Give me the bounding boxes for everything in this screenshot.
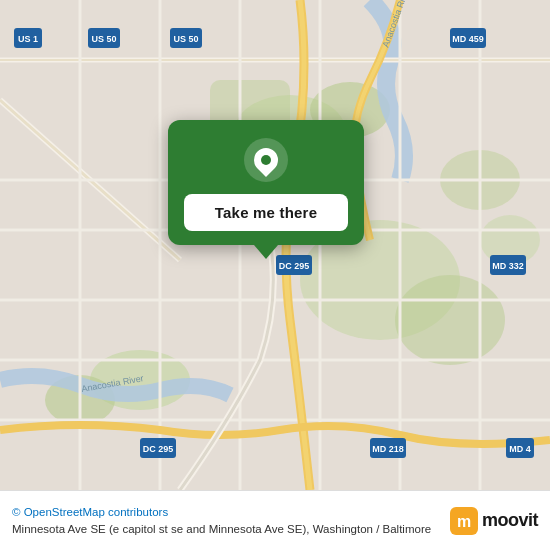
location-description: Minnesota Ave SE (e capitol st se and Mi… [12,523,431,535]
footer: © OpenStreetMap contributors Minnesota A… [0,490,550,550]
footer-text: © OpenStreetMap contributors Minnesota A… [12,504,440,536]
osm-attribution[interactable]: © OpenStreetMap contributors [12,506,168,518]
svg-text:m: m [457,513,471,530]
popup-card[interactable]: Take me there [168,120,364,245]
svg-text:DC 295: DC 295 [143,444,174,454]
svg-text:MD 4: MD 4 [509,444,531,454]
svg-text:US 50: US 50 [91,34,116,44]
svg-text:US 1: US 1 [18,34,38,44]
moovit-icon: m [450,507,478,535]
svg-text:MD 459: MD 459 [452,34,484,44]
take-me-there-button[interactable]: Take me there [184,194,348,231]
moovit-brand-text: moovit [482,510,538,531]
map-container: US 1 US 50 US 50 MD 459 DC 295 DC 295 MD… [0,0,550,490]
svg-text:DC 295: DC 295 [279,261,310,271]
svg-point-7 [395,275,505,365]
moovit-logo: m moovit [450,507,538,535]
location-pin-icon [249,143,283,177]
svg-text:MD 332: MD 332 [492,261,524,271]
svg-text:MD 218: MD 218 [372,444,404,454]
location-pin-icon-wrapper [244,138,288,182]
svg-text:US 50: US 50 [173,34,198,44]
